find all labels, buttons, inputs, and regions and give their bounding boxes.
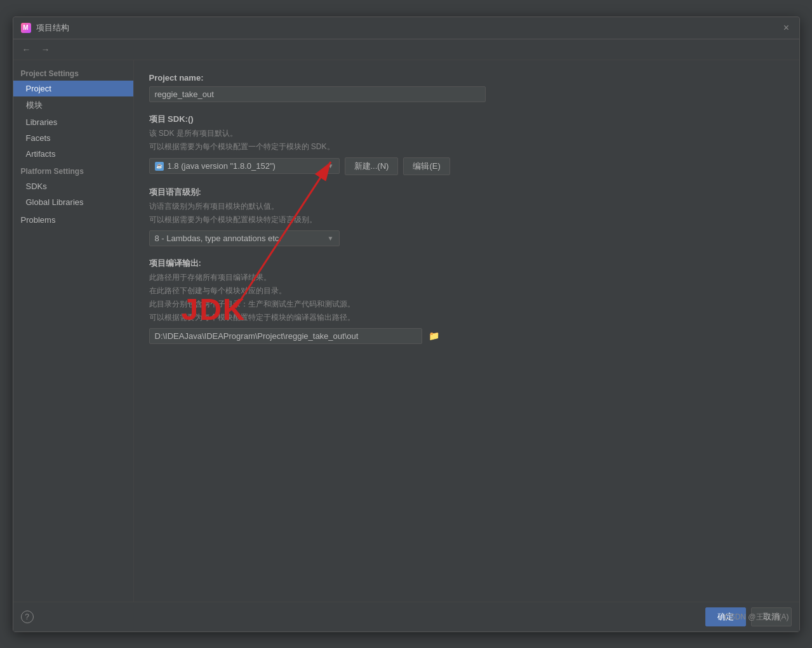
platform-settings-label: Platform Settings bbox=[13, 162, 133, 178]
dialog-title: 项目结构 bbox=[36, 22, 69, 34]
lang-section-title: 项目语言级别: bbox=[149, 187, 784, 198]
output-path-row: 📁 bbox=[149, 328, 784, 344]
sdk-row: ☕ 1.8 (java version "1.8.0_152") ▼ 新建...… bbox=[149, 157, 784, 175]
title-bar: M 项目结构 × bbox=[13, 17, 799, 39]
lang-desc2: 可以根据需要为每个模块配置模块特定语言级别。 bbox=[149, 214, 784, 225]
sdk-value: 1.8 (java version "1.8.0_152") bbox=[168, 161, 276, 171]
sdk-java-icon: ☕ bbox=[155, 162, 164, 171]
output-desc3: 此目录分别包含两个子目录：生产和测试生产代码和测试源。 bbox=[149, 298, 784, 310]
output-desc4: 可以根据需要为每个模块配置特定于模块的编译器输出路径。 bbox=[149, 312, 784, 323]
sidebar-item-artifacts[interactable]: Artifacts bbox=[13, 146, 133, 162]
output-path-input[interactable] bbox=[149, 328, 422, 344]
sdk-section-title: 项目 SDK:() bbox=[149, 114, 784, 125]
main-content: Project Settings Project 模块 Libraries Fa… bbox=[13, 60, 799, 602]
app-icon: M bbox=[21, 23, 31, 33]
project-name-label: Project name: bbox=[149, 73, 784, 83]
content-area: Project name: 项目 SDK:() 该 SDK 是所有项目默认。 可… bbox=[134, 60, 799, 602]
forward-button[interactable]: → bbox=[39, 43, 53, 56]
project-name-input[interactable] bbox=[149, 86, 486, 102]
lang-dropdown-arrow: ▼ bbox=[328, 235, 334, 242]
bottom-left: ? bbox=[21, 611, 34, 623]
sidebar-item-facets[interactable]: Facets bbox=[13, 130, 133, 146]
sidebar-item-libraries[interactable]: Libraries bbox=[13, 114, 133, 130]
folder-browse-button[interactable]: 📁 bbox=[426, 329, 442, 342]
sdk-dropdown[interactable]: ☕ 1.8 (java version "1.8.0_152") ▼ bbox=[149, 158, 340, 174]
lang-desc1: 访语言级别为所有项目模块的默认值。 bbox=[149, 201, 784, 212]
sdk-desc2: 可以根据需要为每个模块配置一个特定于模块的 SDK。 bbox=[149, 141, 784, 152]
nav-bar: ← → bbox=[13, 39, 799, 60]
output-section-title: 项目编译输出: bbox=[149, 258, 784, 269]
project-settings-label: Project Settings bbox=[13, 65, 133, 81]
output-desc2: 在此路径下创建与每个模块对应的目录。 bbox=[149, 285, 784, 296]
sidebar-item-global-libraries[interactable]: Global Libraries bbox=[13, 194, 133, 210]
close-button[interactable]: × bbox=[782, 23, 792, 33]
sidebar-item-problems[interactable]: Problems bbox=[13, 210, 133, 227]
sdk-edit-button[interactable]: 编辑(E) bbox=[403, 157, 449, 175]
lang-dropdown[interactable]: 8 - Lambdas, type annotations etc. ▼ bbox=[149, 230, 340, 246]
back-button[interactable]: ← bbox=[20, 43, 34, 56]
sdk-dropdown-arrow: ▼ bbox=[328, 162, 334, 169]
bottom-bar: ? 确定 取消 bbox=[13, 602, 799, 631]
sidebar-item-project[interactable]: Project bbox=[13, 81, 133, 96]
sidebar-item-modules[interactable]: 模块 bbox=[13, 96, 133, 114]
help-button[interactable]: ? bbox=[21, 611, 34, 623]
lang-value: 8 - Lambdas, type annotations etc. bbox=[155, 234, 281, 243]
sdk-new-button[interactable]: 新建...(N) bbox=[345, 157, 399, 175]
sidebar-item-sdks[interactable]: SDKs bbox=[13, 178, 133, 194]
project-structure-dialog: M 项目结构 × ← → Project Settings Project 模块… bbox=[13, 17, 800, 632]
sidebar: Project Settings Project 模块 Libraries Fa… bbox=[13, 60, 134, 602]
sdk-desc1: 该 SDK 是所有项目默认。 bbox=[149, 128, 784, 139]
output-desc1: 此路径用于存储所有项目编译结果。 bbox=[149, 272, 784, 283]
lang-dropdown-wrapper: 8 - Lambdas, type annotations etc. ▼ bbox=[149, 230, 784, 246]
watermark: CSDN @王二黑(A) bbox=[724, 612, 789, 623]
